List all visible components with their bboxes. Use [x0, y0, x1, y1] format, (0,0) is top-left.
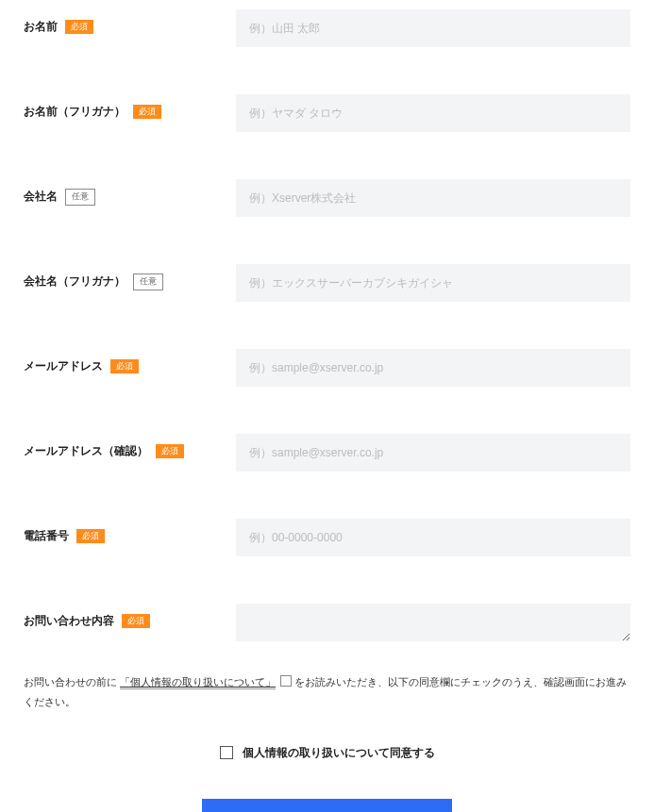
row-inquiry: お問い合わせ内容 必須: [24, 604, 630, 644]
label-col: お名前 必須: [24, 9, 236, 35]
name-input[interactable]: [236, 9, 630, 47]
badge-required: 必須: [65, 20, 93, 35]
consent-label: 個人情報の取り扱いについて同意する: [243, 745, 435, 761]
external-link-icon: [280, 677, 290, 687]
input-col: [236, 264, 630, 302]
label-email-confirm: メールアドレス（確認）: [24, 443, 148, 459]
contact-form: お名前 必須 お名前（フリガナ） 必須 会社名 任意 会社名（フリガナ） 任意: [0, 0, 654, 812]
notice-prefix: お問い合わせの前に: [24, 676, 117, 688]
badge-required: 必須: [133, 105, 161, 120]
row-phone: 電話番号 必須: [24, 519, 630, 556]
label-col: メールアドレス 必須: [24, 349, 236, 374]
row-name: お名前 必須: [24, 9, 630, 47]
label-col: お名前（フリガナ） 必須: [24, 94, 236, 120]
input-col: [236, 519, 630, 556]
label-email: メールアドレス: [24, 358, 103, 374]
privacy-notice: お問い合わせの前に 「個人情報の取り扱いについて」 をお読みいただき、以下の同意…: [24, 672, 630, 712]
privacy-link[interactable]: 「個人情報の取り扱いについて」: [120, 676, 276, 689]
phone-input[interactable]: [236, 519, 630, 556]
label-col: 会社名（フリガナ） 任意: [24, 264, 236, 290]
label-name-kana: お名前（フリガナ）: [24, 104, 126, 120]
input-col: [236, 9, 630, 47]
company-input[interactable]: [236, 179, 630, 217]
consent-checkbox[interactable]: [220, 746, 233, 759]
input-col: [236, 604, 630, 644]
label-company-kana: 会社名（フリガナ）: [24, 273, 126, 290]
badge-required: 必須: [156, 444, 184, 459]
consent-row: 個人情報の取り扱いについて同意する: [24, 745, 630, 761]
row-name-kana: お名前（フリガナ） 必須: [24, 94, 630, 132]
row-company: 会社名 任意: [24, 179, 630, 217]
label-col: 電話番号 必須: [24, 519, 236, 544]
label-name: お名前: [24, 19, 58, 35]
label-company: 会社名: [24, 189, 58, 205]
label-col: お問い合わせ内容 必須: [24, 604, 236, 629]
input-col: [236, 179, 630, 217]
badge-optional: 任意: [133, 273, 163, 290]
company-kana-input[interactable]: [236, 264, 630, 302]
row-email: メールアドレス 必須: [24, 349, 630, 387]
confirm-button[interactable]: → 確認画面へ: [202, 799, 452, 812]
badge-required: 必須: [76, 529, 105, 544]
email-confirm-input[interactable]: [236, 434, 630, 472]
input-col: [236, 349, 630, 387]
name-kana-input[interactable]: [236, 94, 630, 132]
row-email-confirm: メールアドレス（確認） 必須: [24, 434, 630, 472]
row-company-kana: 会社名（フリガナ） 任意: [24, 264, 630, 302]
label-inquiry: お問い合わせ内容: [24, 613, 114, 629]
label-phone: 電話番号: [24, 528, 69, 544]
input-col: [236, 94, 630, 132]
input-col: [236, 434, 630, 472]
badge-required: 必須: [122, 614, 150, 629]
inquiry-textarea[interactable]: [236, 604, 630, 641]
badge-required: 必須: [110, 359, 139, 374]
badge-optional: 任意: [65, 189, 95, 206]
submit-row: → 確認画面へ: [24, 799, 630, 812]
email-input[interactable]: [236, 349, 630, 387]
label-col: メールアドレス（確認） 必須: [24, 434, 236, 459]
label-col: 会社名 任意: [24, 179, 236, 206]
